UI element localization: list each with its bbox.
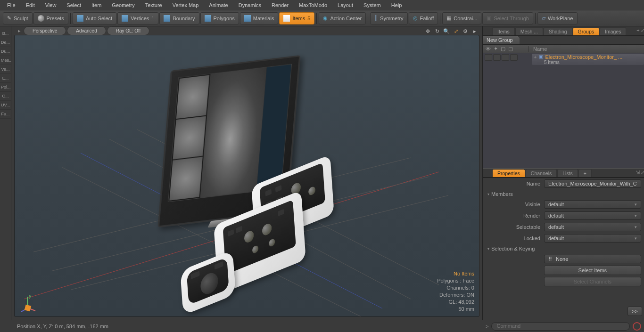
tab-images[interactable]: Images <box>600 27 626 35</box>
expand-icon[interactable]: ⤢ <box>641 27 644 33</box>
move-icon[interactable]: ✥ <box>424 27 431 35</box>
menu-dynamics[interactable]: Dynamics <box>233 1 266 9</box>
prompt-icon: > <box>486 324 488 329</box>
tab-lists[interactable]: Lists <box>557 169 578 177</box>
left-tab[interactable]: E... <box>0 74 11 83</box>
viewport-tab-perspective[interactable]: Perspective <box>24 26 66 35</box>
tab-shading[interactable]: Shading <box>544 27 572 35</box>
axis-gizmo[interactable]: y <box>18 294 37 313</box>
3d-viewport[interactable]: No Items Polygons : Face Channels: 0 Def… <box>14 35 479 317</box>
visible-dropdown[interactable]: default <box>544 200 641 209</box>
expand-icon[interactable]: ⤢ <box>641 170 644 176</box>
tab-groups[interactable]: Groups <box>573 27 599 35</box>
render-dropdown[interactable]: default <box>544 211 641 220</box>
viewport-tab-raygl[interactable]: Ray GL: Off <box>107 26 150 35</box>
target-icon: ◉ <box>323 15 328 21</box>
menu-file[interactable]: File <box>2 1 21 9</box>
materials-button[interactable]: Materials <box>240 12 279 24</box>
left-tab[interactable]: Fu... <box>0 110 11 119</box>
select-channels-button[interactable]: Select Channels <box>544 277 641 286</box>
left-tab[interactable]: Mes... <box>0 56 11 65</box>
position-readout: Position X, Y, Z: 0 m, 584 mm, -162 mm <box>4 324 108 329</box>
symmetry-button[interactable]: ┃Symmetry <box>370 12 408 24</box>
items-button[interactable]: Items5 <box>279 12 314 24</box>
autoselect-button[interactable]: Auto Select <box>73 12 116 24</box>
actioncenter-button[interactable]: ◉Action Center <box>319 12 366 24</box>
section-selkey[interactable]: Selection & Keying <box>483 244 644 253</box>
selectable-dropdown[interactable]: default <box>544 223 641 231</box>
sel-icon[interactable]: ▢ <box>508 46 513 52</box>
edges-button[interactable]: Boundary <box>159 12 199 24</box>
presets-button[interactable]: Presets <box>33 12 68 24</box>
menu-geometry[interactable]: Geometry <box>107 1 140 9</box>
menu-maxtomodo[interactable]: MaxToModo <box>294 1 332 9</box>
col-name[interactable]: Name <box>528 46 644 52</box>
eye-icon[interactable]: 👁 <box>486 46 491 52</box>
viewport-overlay: No Items Polygons : Face Channels: 0 Def… <box>437 270 474 313</box>
group-list[interactable]: +▣Electron_Microscope_Monitor_ ... 5 Ite… <box>483 53 644 168</box>
properties-section: Name Electron_Microscope_Monitor_With_C … <box>483 178 644 320</box>
workplane-button[interactable]: ▱WorkPlane <box>537 12 578 24</box>
vertices-button[interactable]: Vertices1 <box>117 12 158 24</box>
menu-render[interactable]: Render <box>266 1 294 9</box>
new-group-button[interactable]: New Group <box>483 36 520 44</box>
left-tab[interactable]: Ve... <box>0 65 11 74</box>
tab-items[interactable]: Items <box>492 27 515 35</box>
select-items-button[interactable]: Select Items <box>544 266 641 275</box>
tab-channels[interactable]: Channels <box>526 169 557 177</box>
plus-icon[interactable]: + <box>534 54 537 60</box>
name-field[interactable]: Electron_Microscope_Monitor_With_C <box>544 179 641 188</box>
tab-properties[interactable]: Properties <box>492 169 525 177</box>
chevron-right-icon[interactable]: ▸ <box>471 27 479 35</box>
name-label: Name <box>487 181 540 186</box>
viewport-menu-icon[interactable]: ▸ <box>16 26 23 35</box>
tab-add[interactable]: + <box>578 169 592 177</box>
plus-icon[interactable]: + <box>636 27 639 33</box>
menu-vertexmap[interactable]: Vertex Map <box>167 1 204 9</box>
menu-edit[interactable]: Edit <box>21 1 40 9</box>
left-tab[interactable]: Pol... <box>0 83 11 92</box>
brush-icon: ✎ <box>7 15 11 21</box>
menu-texture[interactable]: Texture <box>140 1 167 9</box>
group-row[interactable]: +▣Electron_Microscope_Monitor_ ... 5 Ite… <box>483 53 644 67</box>
cube-icon <box>77 15 83 22</box>
section-members[interactable]: Members <box>483 189 644 199</box>
menu-item[interactable]: Item <box>86 1 107 9</box>
collapse-icon[interactable]: ⇲ <box>636 170 640 176</box>
render-label: Render <box>487 213 540 219</box>
fit-icon[interactable]: ⤢ <box>452 27 460 35</box>
gear-icon[interactable]: ⚙ <box>462 27 469 35</box>
falloff-button[interactable]: ◎Falloff <box>409 12 438 24</box>
group-count: 5 Items <box>534 60 642 65</box>
constrain-button[interactable]: ▦Constrai... <box>442 12 481 24</box>
menu-help[interactable]: Help <box>386 1 407 9</box>
keying-none[interactable]: ⠿None <box>544 255 641 263</box>
menu-layout[interactable]: Layout <box>332 1 358 9</box>
locked-dropdown[interactable]: default <box>544 234 641 243</box>
rotate-icon[interactable]: ↻ <box>433 27 441 35</box>
menu-select[interactable]: Select <box>61 1 86 9</box>
sphere-icon <box>38 15 44 22</box>
record-button[interactable] <box>633 322 641 331</box>
left-tab[interactable]: C... <box>0 92 11 101</box>
render-icon[interactable]: ✦ <box>494 46 498 52</box>
lock-icon[interactable]: ▢ <box>501 46 505 52</box>
viewport-tab-advanced[interactable]: Advanced <box>67 26 106 35</box>
cube-icon <box>205 15 211 22</box>
menu-view[interactable]: View <box>40 1 62 9</box>
zoom-icon[interactable]: 🔍 <box>443 27 450 35</box>
menu-animate[interactable]: Animate <box>204 1 233 9</box>
left-tab[interactable]: Du... <box>0 47 11 56</box>
command-input[interactable]: Command <box>491 322 630 331</box>
sculpt-button[interactable]: ✎Sculpt <box>3 12 33 24</box>
tab-mesh[interactable]: Mesh ... <box>515 27 543 35</box>
go-button[interactable]: >> <box>627 307 642 316</box>
selectthrough-button[interactable]: ▣Select Through <box>482 12 533 24</box>
group-name[interactable]: Electron_Microscope_Monitor_ ... <box>545 54 622 60</box>
viewport-tabs: ▸ Perspective Advanced Ray GL: Off <box>16 26 149 35</box>
polygons-button[interactable]: Polygons <box>200 12 239 24</box>
left-tab[interactable]: UV... <box>0 101 11 110</box>
left-tab[interactable]: B... <box>0 29 11 38</box>
left-tab[interactable]: De... <box>0 38 11 47</box>
menu-system[interactable]: System <box>358 1 386 9</box>
